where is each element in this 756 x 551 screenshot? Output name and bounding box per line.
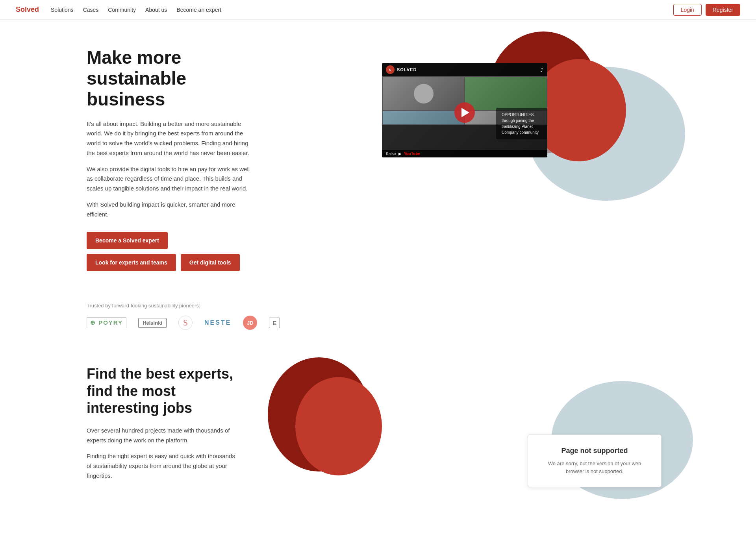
e-logo: E [269, 318, 280, 328]
poyry-text: ⊕ PÖYRY [87, 317, 126, 328]
look-for-experts-button[interactable]: Look for experts and teams [87, 254, 176, 271]
helsinki-text: Helsinki [138, 318, 167, 328]
section2-desc-2: Finding the right expert is easy and qui… [87, 451, 236, 481]
page-not-supported-card: Page not supported We are sorry, but the… [528, 435, 662, 487]
register-button[interactable]: Register [706, 4, 740, 16]
video-container[interactable]: S SOLVED ⤴ [382, 63, 547, 157]
hero-buttons: Become a Solved expert Look for experts … [87, 232, 252, 271]
nav-become-expert[interactable]: Become an expert [176, 7, 221, 13]
section2-desc-1: Over several hundred projects made with … [87, 426, 236, 446]
become-expert-button[interactable]: Become a Solved expert [87, 232, 168, 249]
section2-left: Find the best experts, find the most int… [87, 361, 236, 487]
video-header: S SOLVED ⤴ [382, 63, 547, 76]
share-icon: ⤴ [541, 67, 543, 73]
video-cell-2 [465, 77, 547, 110]
logos-row: ⊕ PÖYRY Helsinki S NESTE JD E [87, 316, 669, 330]
nav-links: Solutions Cases Community About us Becom… [51, 7, 673, 13]
video-play-overlay[interactable] [454, 102, 475, 123]
s-circle: S [178, 316, 193, 330]
video-watch-label: Katso [386, 152, 396, 156]
navbar: Solved Solutions Cases Community About u… [0, 0, 756, 20]
hero-left: Make more sustainable business It's all … [87, 43, 252, 271]
play-button[interactable] [454, 102, 475, 123]
logo-s: S [178, 316, 193, 330]
nav-community[interactable]: Community [108, 7, 136, 13]
nav-logo: Solved [16, 6, 39, 14]
nav-cases[interactable]: Cases [83, 7, 99, 13]
youtube-icon: ▶ [398, 152, 402, 156]
logo-neste: NESTE [204, 316, 231, 330]
video-cell-1 [383, 77, 464, 110]
pns-desc: We are sorry, but the version of your we… [544, 460, 645, 475]
nav-about-us[interactable]: About us [145, 7, 167, 13]
neste-text: NESTE [204, 319, 231, 326]
section2-title: Find the best experts, find the most int… [87, 365, 236, 416]
video-inner: S SOLVED ⤴ [382, 63, 547, 157]
logo-helsinki: Helsinki [138, 316, 167, 330]
hero-desc-2: We also provide the digital tools to hir… [87, 165, 252, 194]
hero-desc-1: It's all about impact. Building a better… [87, 119, 252, 158]
opp-card: OPPORTUNITIES through joining the trailb… [496, 108, 547, 139]
logo-e: E [269, 316, 280, 330]
nav-actions: Login Register [673, 4, 740, 16]
logo-jd: JD [243, 316, 257, 330]
video-footer: Katso ▶ YouTube [382, 150, 547, 157]
s2-shape-red [295, 377, 382, 475]
hero-title: Make more sustainable business [87, 47, 252, 110]
video-logo: S [386, 65, 395, 74]
login-button[interactable]: Login [673, 4, 702, 16]
hero-desc-3: With Solved building impact is quicker, … [87, 200, 252, 220]
trusted-section: Trusted by forward-looking sustainabilit… [0, 295, 756, 346]
video-cell-3 [383, 111, 464, 124]
youtube-logo: YouTube [404, 152, 420, 156]
logo-poyry: ⊕ PÖYRY [87, 316, 126, 330]
video-brand: SOLVED [397, 67, 417, 72]
section2: Find the best experts, find the most int… [0, 346, 756, 511]
circle-icon: JD [243, 316, 257, 330]
nav-solutions[interactable]: Solutions [51, 7, 74, 13]
hero-right: S SOLVED ⤴ [252, 43, 677, 157]
pns-title: Page not supported [544, 447, 645, 455]
get-digital-tools-button[interactable]: Get digital tools [181, 254, 240, 271]
section2-right: Page not supported We are sorry, but the… [236, 361, 669, 487]
hero-section: Make more sustainable business It's all … [0, 20, 756, 295]
trusted-label: Trusted by forward-looking sustainabilit… [87, 303, 669, 309]
